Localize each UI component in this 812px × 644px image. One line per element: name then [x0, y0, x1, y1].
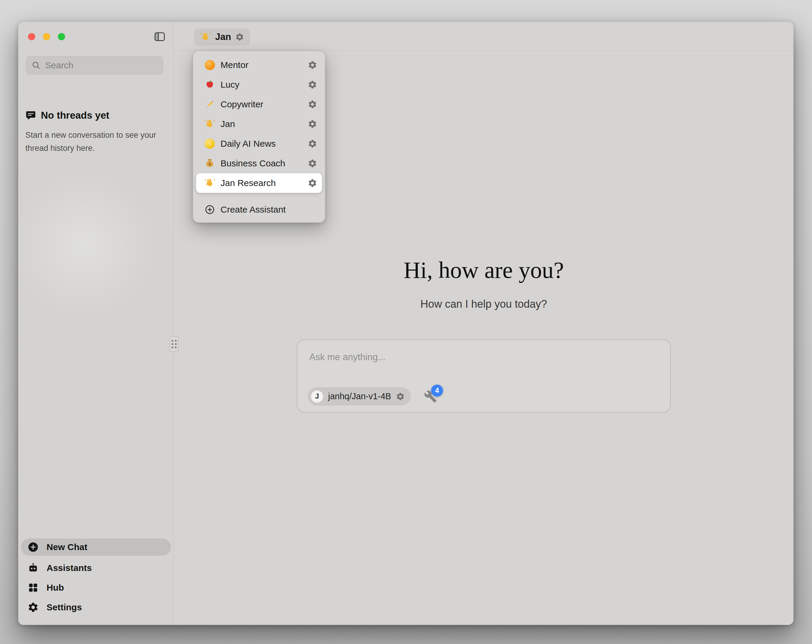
money-bag-icon: $ [205, 158, 215, 169]
traffic-lights [28, 33, 65, 40]
current-assistant-name: Jan [215, 32, 231, 42]
menu-item-jan[interactable]: Jan [196, 114, 322, 134]
menu-item-label: Jan Research [221, 178, 276, 188]
minimize-window-button[interactable] [43, 33, 50, 40]
model-avatar: J [311, 390, 324, 403]
jan-settings-gear-icon[interactable] [308, 119, 317, 129]
business-coach-settings-gear-icon[interactable] [308, 158, 317, 168]
greeting-subtitle: How can I help you today? [174, 298, 794, 311]
search-icon [31, 61, 41, 70]
apple-icon [205, 79, 215, 90]
yellow-circle-icon [205, 139, 215, 149]
lucy-settings-gear-icon[interactable] [308, 80, 317, 90]
waving-hand-icon [205, 119, 215, 129]
assistant-menu: Mentor Lucy [193, 51, 325, 223]
empty-state-description: Start a new conversation to see your thr… [25, 129, 157, 155]
model-settings-gear-icon[interactable] [396, 392, 405, 401]
sidebar: No threads yet Start a new conversation … [18, 22, 174, 625]
mentor-settings-gear-icon[interactable] [308, 60, 317, 70]
menu-divider [198, 196, 320, 196]
new-chat-label: New Chat [47, 542, 87, 552]
sidebar-item-hub[interactable]: Hub [21, 578, 171, 597]
assistants-robot-icon [27, 562, 39, 574]
empty-state-title: No threads yet [41, 110, 109, 121]
menu-item-label: Business Coach [221, 158, 285, 169]
new-chat-button[interactable]: New Chat [21, 539, 171, 556]
drag-dots-icon [172, 340, 177, 348]
model-name: janhq/Jan-v1-4B [328, 391, 391, 401]
model-selector[interactable]: J janhq/Jan-v1-4B [308, 387, 411, 405]
zoom-window-button[interactable] [58, 33, 65, 40]
settings-label: Settings [47, 602, 82, 612]
menu-item-label: Lucy [221, 79, 239, 90]
menu-item-jan-research[interactable]: Jan Research [196, 173, 322, 193]
assistant-selector[interactable]: Jan [194, 28, 250, 46]
daily-ai-news-settings-gear-icon[interactable] [308, 139, 317, 148]
app-window: No threads yet Start a new conversation … [18, 22, 794, 625]
create-assistant-button[interactable]: Create Assistant [196, 200, 322, 219]
menu-item-copywriter[interactable]: Copywriter [196, 94, 322, 114]
menu-item-mentor[interactable]: Mentor [196, 55, 322, 75]
search-input[interactable] [45, 60, 160, 70]
greeting: Hi, how are you? How can I help you toda… [174, 256, 794, 311]
menu-item-lucy[interactable]: Lucy [196, 75, 322, 94]
close-window-button[interactable] [28, 33, 35, 40]
assistant-settings-gear-icon[interactable] [235, 32, 244, 41]
titlebar [18, 22, 174, 52]
hub-label: Hub [47, 583, 64, 593]
waving-hand-icon [205, 178, 215, 189]
sidebar-toggle-icon[interactable] [153, 30, 166, 43]
svg-text:$: $ [209, 162, 211, 166]
main-area: Jan Mentor Lucy [174, 22, 794, 625]
pencil-icon [205, 99, 215, 110]
create-assistant-label: Create Assistant [221, 204, 285, 215]
assistants-label: Assistants [47, 563, 92, 573]
waving-hand-icon [200, 32, 211, 42]
chat-bubble-icon [25, 110, 36, 121]
hub-grid-icon [27, 582, 39, 593]
jan-research-settings-gear-icon[interactable] [308, 178, 317, 188]
new-chat-plus-icon [27, 542, 39, 553]
orange-circle-icon [205, 59, 215, 70]
copywriter-settings-gear-icon[interactable] [308, 100, 317, 109]
sidebar-nav: New Chat Assistants [21, 539, 171, 617]
chat-input[interactable] [310, 352, 658, 381]
sidebar-item-assistants[interactable]: Assistants [21, 558, 171, 578]
plus-circle-icon [205, 204, 215, 215]
composer-toolbar: J janhq/Jan-v1-4B 4 [308, 387, 660, 405]
search-field[interactable] [26, 56, 163, 75]
sidebar-item-settings[interactable]: Settings [21, 597, 171, 617]
menu-item-label: Jan [221, 119, 235, 129]
menu-item-daily-ai-news[interactable]: Daily AI News [196, 134, 322, 154]
settings-gear-icon [27, 602, 39, 613]
empty-state: No threads yet Start a new conversation … [25, 110, 166, 155]
greeting-title: Hi, how are you? [174, 256, 794, 284]
composer[interactable]: J janhq/Jan-v1-4B 4 [297, 339, 671, 413]
menu-item-label: Daily AI News [221, 139, 276, 149]
menu-item-label: Mentor [221, 60, 248, 70]
tools-count-badge: 4 [431, 385, 443, 397]
tools-button[interactable]: 4 [424, 390, 437, 403]
sidebar-resize-handle[interactable] [169, 336, 179, 352]
menu-item-business-coach[interactable]: $ Business Coach [196, 154, 322, 173]
main-header: Jan [174, 22, 794, 51]
menu-item-label: Copywriter [221, 99, 263, 110]
